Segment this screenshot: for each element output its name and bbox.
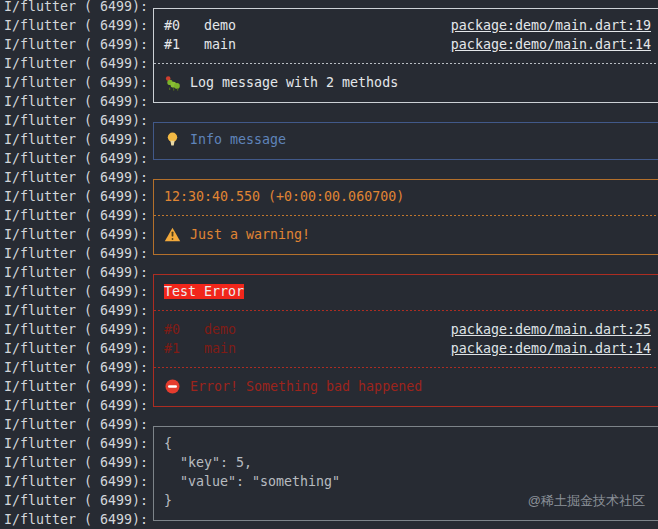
log-prefix: I/flutter ( 6499): [4, 472, 148, 491]
stack-frame: #1 main [164, 341, 236, 356]
stack-link[interactable]: package:demo/main.dart:25 [451, 322, 651, 337]
log-prefix: I/flutter ( 6499): [4, 206, 148, 225]
log-prefix: I/flutter ( 6499): [4, 415, 148, 434]
json-text: { [164, 436, 172, 451]
log-prefix: I/flutter ( 6499): [4, 358, 148, 377]
stack-frame: #0 demo [164, 322, 236, 337]
log-box-error: Test Error #0 demo package:demo/main.dar… [153, 274, 658, 407]
json-line: { [154, 434, 658, 453]
log-prefix: I/flutter ( 6499): [4, 339, 148, 358]
json-line: "key": 5, [154, 453, 658, 472]
stack-frame-row: #1 main package:demo/main.dart:14 [154, 35, 658, 54]
log-message: Info message [190, 132, 286, 147]
lightbulb-icon [164, 132, 181, 148]
log-message: Log message with 2 methods [190, 75, 398, 90]
box-divider [154, 54, 658, 73]
log-prefix: I/flutter ( 6499): [4, 282, 148, 301]
stack-frame-row: #1 main package:demo/main.dart:14 [154, 339, 658, 358]
log-prefix: I/flutter ( 6499): [4, 0, 148, 16]
log-message: Just a warning! [190, 227, 310, 242]
log-prefix: I/flutter ( 6499): [4, 149, 148, 168]
stack-link[interactable]: package:demo/main.dart:14 [451, 37, 651, 52]
log-prefix: I/flutter ( 6499): [4, 377, 148, 396]
error-title: Test Error [164, 284, 244, 299]
log-prefix: I/flutter ( 6499): [4, 73, 148, 92]
json-line: } @稀土掘金技术社区 [154, 491, 658, 510]
terminal-output[interactable]: I/flutter ( 6499):I/flutter ( 6499):I/fl… [0, 0, 658, 529]
log-message-row: Info message [154, 130, 658, 149]
log-prefix: I/flutter ( 6499): [4, 510, 148, 529]
json-text: "value": "something" [164, 474, 340, 489]
log-message-row: Just a warning! [154, 225, 658, 244]
log-prefix: I/flutter ( 6499): [4, 396, 148, 415]
log-prefix: I/flutter ( 6499): [4, 301, 148, 320]
log-prefix: I/flutter ( 6499): [4, 263, 148, 282]
json-text: "key": 5, [164, 455, 252, 470]
stack-link[interactable]: package:demo/main.dart:14 [451, 341, 651, 356]
box-divider [154, 301, 658, 320]
log-message: Error! Something bad happened [190, 379, 422, 394]
timestamp: 12:30:40.550 (+0:00:00.060700) [164, 189, 404, 204]
box-divider [154, 358, 658, 377]
box-divider [154, 206, 658, 225]
log-box-info: Info message [153, 122, 658, 160]
log-prefix: I/flutter ( 6499): [4, 320, 148, 339]
stack-frame-row: #0 demo package:demo/main.dart:19 [154, 16, 658, 35]
no-entry-icon [164, 379, 181, 394]
log-prefix: I/flutter ( 6499): [4, 225, 148, 244]
log-box-json: { "key": 5, "value": "something" } @稀土掘金… [153, 426, 658, 521]
log-prefix: I/flutter ( 6499): [4, 16, 148, 35]
log-prefix: I/flutter ( 6499): [4, 130, 148, 149]
log-prefix: I/flutter ( 6499): [4, 187, 148, 206]
stack-frame: #0 demo [164, 18, 236, 33]
bug-icon [164, 75, 181, 91]
log-prefix: I/flutter ( 6499): [4, 111, 148, 130]
log-prefix: I/flutter ( 6499): [4, 54, 148, 73]
log-prefix: I/flutter ( 6499): [4, 453, 148, 472]
log-box-debug: #0 demo package:demo/main.dart:19 #1 mai… [153, 8, 658, 103]
log-prefix: I/flutter ( 6499): [4, 168, 148, 187]
log-message-row: Log message with 2 methods [154, 73, 658, 92]
log-prefix: I/flutter ( 6499): [4, 244, 148, 263]
stack-frame-row: #0 demo package:demo/main.dart:25 [154, 320, 658, 339]
log-prefix: I/flutter ( 6499): [4, 434, 148, 453]
json-text: } [164, 493, 172, 508]
error-title-row: Test Error [154, 282, 658, 301]
log-message-row: Error! Something bad happened [154, 377, 658, 396]
timestamp-row: 12:30:40.550 (+0:00:00.060700) [154, 187, 658, 206]
stack-frame: #1 main [164, 37, 236, 52]
log-prefix: I/flutter ( 6499): [4, 35, 148, 54]
stack-link[interactable]: package:demo/main.dart:19 [451, 18, 651, 33]
log-prefix-column: I/flutter ( 6499):I/flutter ( 6499):I/fl… [4, 0, 148, 529]
log-prefix: I/flutter ( 6499): [4, 92, 148, 111]
log-prefix: I/flutter ( 6499): [4, 491, 148, 510]
log-box-warning: 12:30:40.550 (+0:00:00.060700) Just a wa… [153, 179, 658, 255]
warning-icon [164, 227, 181, 242]
watermark: @稀土掘金技术社区 [528, 492, 645, 510]
json-line: "value": "something" [154, 472, 658, 491]
